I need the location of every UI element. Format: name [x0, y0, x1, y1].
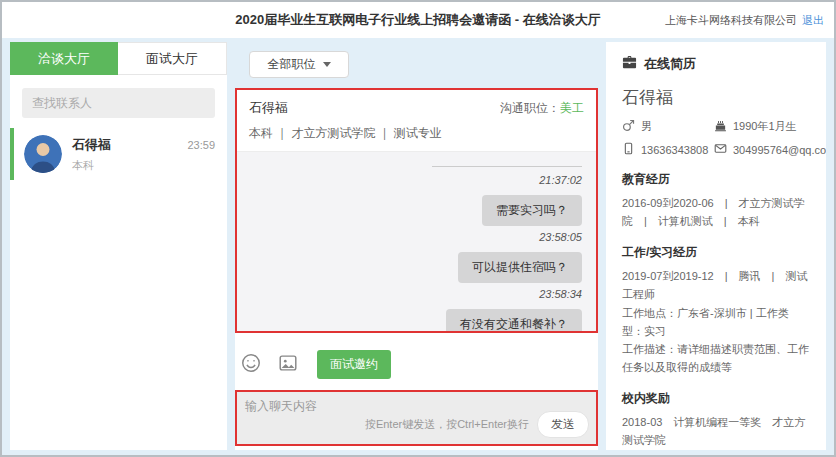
- chat-peer-header: 石得福 沟通职位：美工 本科 ｜ 才立方测试学院 ｜ 测试专业: [237, 90, 596, 152]
- send-hint: 按Enter键发送，按Ctrl+Enter换行: [365, 417, 529, 432]
- phone-item: 13636343808: [622, 142, 714, 157]
- chat-column: 全部职位 石得福 沟通职位：美工 本科 ｜ 才立方测试学院 ｜ 测试专业: [235, 42, 598, 450]
- image-icon: [277, 352, 299, 377]
- peer-position: 沟通职位：美工: [500, 100, 584, 117]
- message-list[interactable]: 21:37:02 需要实习吗？ 23:58:05 可以提供住宿吗？ 23:58:…: [237, 152, 596, 331]
- resume-header-label: 在线简历: [644, 55, 696, 73]
- chat-input-box-highlighted: 按Enter键发送，按Ctrl+Enter换行 发送: [235, 390, 598, 446]
- briefcase-icon: [622, 55, 637, 73]
- message-timestamp: 23:58:34: [539, 288, 582, 300]
- contact-search-wrap: [10, 75, 227, 128]
- phone-icon: [622, 142, 635, 157]
- peer-edu-info: 本科 ｜ 才立方测试学院 ｜ 测试专业: [249, 125, 584, 142]
- contact-avatar: [24, 135, 62, 173]
- all-positions-dropdown[interactable]: 全部职位: [249, 51, 349, 78]
- message-timestamp: 21:37:02: [539, 174, 582, 186]
- gender-value: 男: [641, 119, 652, 134]
- interview-invite-button[interactable]: 面试邀约: [317, 350, 391, 379]
- smiley-icon: [240, 352, 262, 377]
- envelope-icon: [714, 142, 727, 157]
- composer-toolbar: 面试邀约: [239, 350, 596, 378]
- online-resume-panel: 在线简历 石得福 男: [606, 42, 826, 450]
- awards-line-1: 2018-03 计算机编程一等奖 才立方测试学院: [622, 413, 810, 449]
- resume-header: 在线简历: [622, 55, 810, 73]
- education-section-title: 教育经历: [622, 171, 810, 188]
- contact-degree: 本科: [72, 158, 215, 173]
- email-item: 304995764@qq.com: [714, 142, 826, 157]
- logout-link[interactable]: 退出: [802, 13, 824, 28]
- contact-info: 石得福 23:59 本科: [72, 136, 215, 173]
- contacts-sidebar: 洽谈大厅 面试大厅 石得福 23:59: [10, 42, 227, 450]
- male-icon: [622, 119, 635, 134]
- sidebar-tabs: 洽谈大厅 面试大厅: [10, 42, 227, 75]
- send-image-button[interactable]: [276, 352, 300, 376]
- work-section-title: 工作/实习经历: [622, 244, 810, 261]
- page-title: 2020届毕业生互联网电子行业线上招聘会邀请函 - 在线洽谈大厅: [235, 11, 600, 29]
- phone-value: 13636343808: [641, 144, 708, 156]
- awards-line-2: 奖励描述：参加学校编程比赛，荣获一等奖: [622, 449, 810, 450]
- message-bubble: 可以提供住宿吗？: [458, 252, 582, 283]
- content-area: 洽谈大厅 面试大厅 石得福 23:59: [2, 38, 834, 455]
- birthday-value: 1990年1月生: [733, 119, 797, 134]
- resume-basic-info: 男 1990年1月生: [622, 119, 810, 157]
- position-value: 美工: [560, 101, 584, 115]
- awards-section-title: 校内奖励: [622, 390, 810, 407]
- chevron-down-icon: [323, 62, 331, 67]
- contact-name: 石得福: [72, 136, 111, 154]
- topbar-account-area: 上海卡斗网络科技有限公司 退出: [665, 2, 824, 38]
- contact-list-item[interactable]: 石得福 23:59 本科: [10, 128, 227, 180]
- chat-card: 石得福 沟通职位：美工 本科 ｜ 才立方测试学院 ｜ 测试专业 21:37:02…: [235, 88, 598, 450]
- tab-interview-hall[interactable]: 面试大厅: [118, 42, 227, 75]
- cake-icon: [714, 119, 727, 134]
- position-filter-bar: 全部职位: [235, 42, 598, 88]
- history-divider: [432, 166, 582, 167]
- chat-box-highlighted: 石得福 沟通职位：美工 本科 ｜ 才立方测试学院 ｜ 测试专业 21:37:02…: [235, 88, 598, 333]
- birthday-item: 1990年1月生: [714, 119, 826, 134]
- message-bubble: 需要实习吗？: [482, 195, 582, 226]
- work-line-1: 2019-07到2019-12 | 腾讯 | 测试工程师: [622, 267, 810, 303]
- peer-name: 石得福: [249, 99, 288, 117]
- message-bubble: 有没有交通和餐补？: [446, 309, 582, 331]
- send-actions: 按Enter键发送，按Ctrl+Enter换行 发送: [365, 411, 589, 438]
- gender-item: 男: [622, 119, 714, 134]
- contact-last-time: 23:59: [187, 139, 215, 151]
- all-positions-label: 全部职位: [268, 56, 316, 73]
- work-line-2: 工作地点：广东省-深圳市 | 工作类型：实习: [622, 304, 810, 340]
- emoji-button[interactable]: [239, 352, 263, 376]
- email-value: 304995764@qq.com: [733, 144, 826, 156]
- app-window: 2020届毕业生互联网电子行业线上招聘会邀请函 - 在线洽谈大厅 上海卡斗网络科…: [0, 0, 836, 457]
- work-line-3: 工作描述：请详细描述职责范围、工作任务以及取得的成绩等: [622, 340, 810, 376]
- tab-negotiation-hall[interactable]: 洽谈大厅: [10, 42, 118, 75]
- education-line: 2016-09到2020-06 | 才立方测试学院 | 计算机测试 | 本科: [622, 194, 810, 230]
- send-button[interactable]: 发送: [537, 411, 589, 438]
- top-bar: 2020届毕业生互联网电子行业线上招聘会邀请函 - 在线洽谈大厅 上海卡斗网络科…: [2, 2, 834, 38]
- position-label: 沟通职位：: [500, 101, 560, 115]
- resume-candidate-name: 石得福: [622, 86, 810, 109]
- company-name: 上海卡斗网络科技有限公司: [665, 13, 797, 28]
- contact-search-input[interactable]: [22, 88, 215, 118]
- message-timestamp: 23:58:05: [539, 231, 582, 243]
